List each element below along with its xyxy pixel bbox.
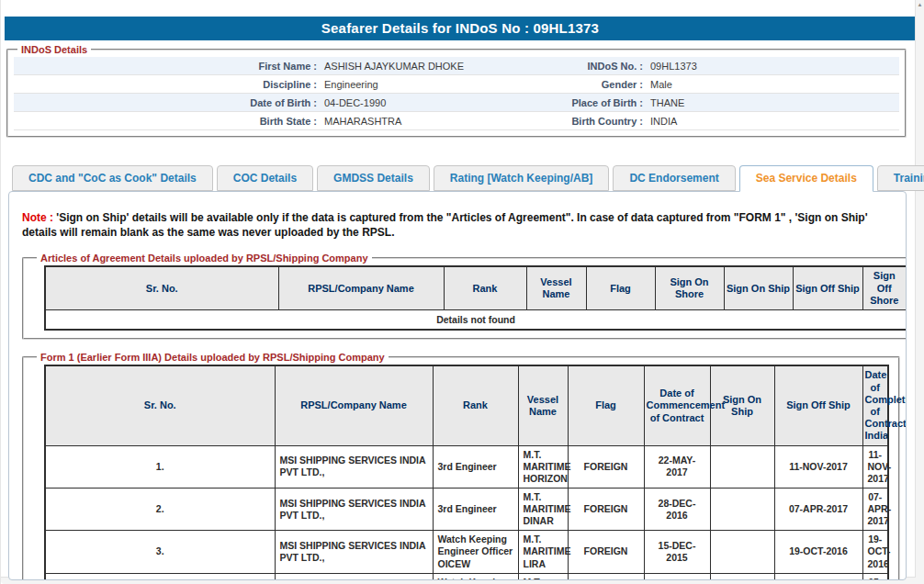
cell-flag: FOREIGN — [568, 488, 644, 530]
cell-flag: FOREIGN — [568, 531, 644, 573]
empty-message-row: Details not found — [45, 309, 907, 330]
field-label: Discipline : — [14, 75, 317, 93]
tab-rating-watch-keeping-ab[interactable]: Rating [Watch Keeping/AB] — [434, 165, 610, 191]
tab-strip: CDC and "CoC as Cook" Details COC Detail… — [12, 165, 916, 191]
detail-row: Date of Birth : 04-DEC-1990 Place of Bir… — [14, 94, 899, 112]
tab-label: CDC and "CoC as Cook" Details — [28, 172, 197, 185]
cell-sign-on-ship — [710, 573, 774, 580]
cell-company: MSI SHIPPING SERVICES INDIA PVT LTD., — [275, 531, 433, 573]
detail-row-right: Place of Birth : THANE — [464, 94, 899, 111]
articles-legend: Articles of Agreement Details uploaded b… — [37, 253, 372, 264]
cell-sign-off-ship: 07-APR-2017 — [774, 488, 862, 530]
field-label: Birth State : — [14, 112, 317, 129]
cell-sign-off-ship: 11-NOV-2017 — [774, 445, 862, 488]
table-row: 2. MSI SHIPPING SERVICES INDIA PVT LTD.,… — [45, 488, 888, 530]
cell-flag: FOREIGN — [568, 573, 644, 580]
articles-table: Sr. No.RPSL/Company NameRankVessel NameF… — [44, 265, 907, 331]
cell-sign-on-ship — [710, 488, 774, 530]
field-value: 09HL1373 — [643, 57, 899, 74]
tab-training-details[interactable]: Training Details — [877, 165, 924, 191]
cell-sign-off-ship: 19-OCT-2016 — [774, 531, 862, 573]
column-header: Flag — [586, 266, 655, 309]
field-label: INDoS No. : — [464, 57, 643, 74]
cell-vessel: M.T. MARITIME LIRA — [518, 531, 568, 573]
column-header: RPSL/Company Name — [278, 266, 444, 309]
cell-sr-no: 3. — [45, 531, 275, 573]
detail-row-right: Gender : Male — [464, 75, 899, 93]
cell-commencement-date: 03-JUL-2014 — [644, 573, 710, 580]
vertical-scrollbar[interactable]: ▲ — [915, 0, 924, 584]
tab-label: Training Details — [894, 172, 924, 185]
cell-sr-no: 4. — [45, 573, 275, 580]
cell-vessel: M.T. MARITIME HORIZON — [518, 445, 568, 488]
field-value: Engineering — [317, 75, 464, 93]
note-text: Note : 'Sign on Ship' details will be av… — [22, 210, 893, 240]
cell-completion-date: 19-OCT-2016 — [862, 531, 888, 573]
detail-row-right: INDoS No. : 09HL1373 — [464, 57, 899, 74]
cell-sign-on-ship — [710, 445, 774, 488]
indos-details-rows: First Name : ASHISH AJAYKUMAR DHOKE INDo… — [14, 57, 899, 130]
cell-vessel: M.T. MARITIME DINAR — [518, 488, 568, 530]
column-header: Flag — [568, 365, 644, 445]
tab-sea-service-details[interactable]: Sea Service Details — [739, 165, 873, 192]
tab-gmdss-details[interactable]: GMDSS Details — [317, 165, 430, 191]
column-header: Rank — [444, 266, 526, 309]
tab-coc-details[interactable]: COC Details — [217, 165, 313, 191]
cell-commencement-date: 28-DEC-2016 — [644, 488, 710, 530]
seafarer-details-page: Seafarer Details for INDoS No : 09HL1373… — [0, 0, 924, 584]
indos-details-fieldset: INDoS Details First Name : ASHISH AJAYKU… — [6, 44, 907, 138]
form1-table: Sr. No.RPSL/Company NameRankVessel NameF… — [44, 365, 889, 580]
cell-rank: Watch Keeping Engineer Officer OICEW — [433, 573, 518, 580]
field-label: Date of Birth : — [14, 94, 317, 111]
field-label: Birth Country : — [464, 112, 643, 129]
tab-label: Sea Service Details — [756, 172, 857, 185]
cell-company: MSI SHIPPING SERVICES INDIA PVT LTD., — [275, 488, 433, 530]
articles-of-agreement-fieldset: Articles of Agreement Details uploaded b… — [22, 253, 907, 340]
form1-legend: Form 1 (Earlier Form IIIA) Details uploa… — [37, 352, 389, 363]
cell-completion-date: 11-NOV-2017 — [862, 445, 888, 488]
cell-sign-on-ship — [710, 531, 774, 573]
column-header: Sign Off Ship — [774, 365, 862, 445]
field-label: Gender : — [464, 75, 643, 93]
detail-row: Birth State : MAHARASHTRA Birth Country … — [14, 112, 899, 130]
note-prefix: Note : — [22, 211, 53, 224]
field-value: 04-DEC-1990 — [317, 94, 464, 111]
column-header: Vessel Name — [518, 365, 568, 445]
detail-row-right: Birth Country : INDIA — [464, 112, 899, 129]
column-header: Date of Completion of Contract/Arriving … — [862, 365, 888, 445]
page-title: Seafarer Details for INDoS No : 09HL1373 — [5, 17, 916, 40]
field-value: THANE — [643, 94, 899, 111]
column-header: Date of Commencement of Contract — [644, 365, 710, 445]
form1-fieldset: Form 1 (Earlier Form IIIA) Details uploa… — [22, 352, 900, 580]
table-row: 3. MSI SHIPPING SERVICES INDIA PVT LTD.,… — [45, 531, 888, 573]
cell-company: MSI SHIPPING SERVICES INDIA PVT LTD., — [275, 573, 433, 580]
column-header: Sign On Ship — [724, 266, 793, 309]
form1-header-row: Sr. No.RPSL/Company NameRankVessel NameF… — [45, 365, 888, 445]
note-body: 'Sign on Ship' details will be available… — [22, 211, 868, 239]
page-content: Seafarer Details for INDoS No : 09HL1373… — [1, 0, 916, 580]
tab-cdc-and-coc-as-cook-details[interactable]: CDC and "CoC as Cook" Details — [12, 165, 213, 191]
articles-header-row: Sr. No.RPSL/Company NameRankVessel NameF… — [45, 266, 907, 309]
column-header: Vessel Name — [526, 266, 586, 309]
tab-label: DC Endorsement — [629, 172, 718, 185]
tab-label: Rating [Watch Keeping/AB] — [450, 172, 593, 185]
tab-label: GMDSS Details — [333, 172, 413, 185]
scrollbar-up-arrow-icon[interactable]: ▲ — [917, 1, 924, 8]
field-label: First Name : — [14, 57, 317, 74]
field-value: Male — [643, 75, 899, 93]
cell-rank: 3rd Engineer — [433, 488, 518, 530]
form1-table-body: 1. MSI SHIPPING SERVICES INDIA PVT LTD.,… — [45, 445, 888, 580]
tab-dc-endorsement[interactable]: DC Endorsement — [613, 165, 735, 191]
cell-completion-date: 05-NOV-2014 — [862, 573, 888, 580]
cell-rank: 3rd Engineer — [433, 445, 518, 488]
detail-row: Discipline : Engineering Gender : Male — [14, 75, 899, 94]
column-header: Sr. No. — [45, 365, 275, 445]
column-header: Sign On Shore — [655, 266, 724, 309]
cell-company: MSI SHIPPING SERVICES INDIA PVT LTD., — [275, 445, 433, 488]
column-header: Sr. No. — [45, 266, 278, 309]
sea-service-tab-panel: Note : 'Sign on Ship' details will be av… — [8, 191, 907, 580]
cell-sr-no: 2. — [45, 488, 275, 530]
table-row: 1. MSI SHIPPING SERVICES INDIA PVT LTD.,… — [45, 445, 888, 488]
cell-vessel: M.T. WAWASAN TOPAZ — [518, 573, 568, 580]
column-header: Sign Off Shore — [862, 266, 907, 309]
